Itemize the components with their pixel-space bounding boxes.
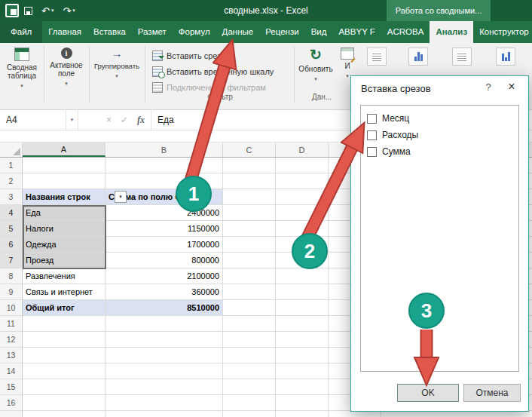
row-header[interactable]: 6 <box>0 237 22 253</box>
group-selection-button[interactable]: → Группировать ▾ <box>92 45 142 106</box>
cell-a4[interactable]: Еда <box>23 205 105 221</box>
row-header[interactable]: 10 <box>0 300 22 316</box>
field-option-month[interactable]: Месяц <box>367 110 518 127</box>
group-arrow-icon: → <box>112 48 123 60</box>
pivotchart-icon <box>414 52 423 61</box>
row-header[interactable]: 2 <box>0 173 22 189</box>
row-headers: 1 2 3 4 5 6 7 8 9 10 11 12 13 14 15 16 <box>0 158 23 417</box>
insert-slicers-dialog: Вставка срезов ? × Месяц Расходы Сумма O… <box>350 75 529 412</box>
row-header[interactable]: 14 <box>0 363 22 379</box>
close-icon[interactable]: × <box>504 80 519 94</box>
tab-design[interactable]: Конструктор <box>473 21 532 43</box>
chevron-down-icon: ▾ <box>314 75 317 83</box>
checkbox-sum[interactable] <box>367 147 377 157</box>
select-all-corner[interactable] <box>0 143 23 157</box>
column-header-b[interactable]: B <box>105 143 223 157</box>
chevron-down-icon: ▾ <box>346 72 349 80</box>
insert-timeline-button[interactable]: Вставить временную шкалу <box>152 64 274 79</box>
cell-a5[interactable]: Налоги <box>23 221 105 237</box>
field-headers-icon <box>502 52 510 61</box>
refresh-icon: ↻ <box>310 48 322 63</box>
cell-a10-total[interactable]: Общий итог <box>23 300 105 316</box>
insert-slicer-button[interactable]: Вставить срез <box>152 48 221 63</box>
row-header[interactable]: 7 <box>0 253 22 268</box>
help-icon[interactable]: ? <box>482 81 495 93</box>
pivot-table-button[interactable]: Сводная таблица ▾ <box>2 45 42 106</box>
row-header[interactable]: 9 <box>0 284 22 300</box>
slicer-field-list: Месяц Расходы Сумма <box>360 105 519 372</box>
ribbon-tab-bar: Файл Главная Вставка Размет Формул Данны… <box>0 21 532 43</box>
column-header-c[interactable]: C <box>223 143 276 157</box>
cell-a8[interactable]: Развлечения <box>23 268 105 284</box>
excel-window: ↶▾ ↷▾ сводные.xlsx - Excel Работа со сво… <box>0 0 532 417</box>
filter-connections-icon <box>152 82 163 93</box>
row-header[interactable]: 3 <box>0 189 22 205</box>
chevron-down-icon: ▾ <box>115 72 118 80</box>
active-field-icon: i <box>61 48 72 59</box>
insert-timeline-icon <box>152 66 163 77</box>
pivotchart-button[interactable] <box>408 48 428 66</box>
cell-b9[interactable]: 360000 <box>105 284 223 300</box>
insert-slicer-icon <box>152 51 163 61</box>
tab-layout[interactable]: Размет <box>132 21 173 43</box>
cell-a9[interactable]: Связь и интернет <box>23 284 105 300</box>
cell-b7[interactable]: 800000 <box>105 253 223 268</box>
tab-data[interactable]: Данные <box>216 21 260 43</box>
field-list-button[interactable] <box>452 48 472 66</box>
insert-function-button[interactable]: fx <box>137 115 145 126</box>
filter-group-label: Фильтр <box>152 93 288 101</box>
cell-a7[interactable]: Проезд <box>23 253 105 268</box>
actions-button[interactable] <box>367 48 387 66</box>
formula-buttons: × ✓ fx <box>78 110 151 130</box>
tab-abbyy[interactable]: ABBYY F <box>332 21 381 43</box>
tab-review[interactable]: Рецензи <box>259 21 304 43</box>
tab-formulas[interactable]: Формул <box>173 21 216 43</box>
tab-file[interactable]: Файл <box>0 21 42 43</box>
row-header[interactable]: 15 <box>0 379 22 395</box>
tab-analyze-active[interactable]: Анализ <box>430 21 473 43</box>
name-box-dropdown[interactable]: ▾ <box>66 110 78 130</box>
dialog-title: Вставка срезов <box>361 83 431 94</box>
cell-b10-total[interactable]: 8510000 <box>105 300 223 316</box>
row-header[interactable]: 8 <box>0 268 22 284</box>
row-header[interactable]: 12 <box>0 332 22 348</box>
row-header[interactable]: 4 <box>0 205 22 221</box>
row-header[interactable]: 11 <box>0 316 22 332</box>
cell-b4[interactable]: 2400000 <box>105 205 223 221</box>
ok-button[interactable]: OK <box>397 384 459 402</box>
cancel-button[interactable]: Отмена <box>463 384 521 402</box>
chevron-down-icon: ▾ <box>71 117 74 123</box>
enter-entry-icon[interactable]: ✓ <box>121 115 128 125</box>
cancel-entry-icon[interactable]: × <box>106 115 112 125</box>
tab-view[interactable]: Вид <box>305 21 333 43</box>
active-field-button[interactable]: i Активное поле ▾ <box>47 45 86 106</box>
cell-b6[interactable]: 1700000 <box>105 237 223 253</box>
row-header[interactable]: 13 <box>0 348 22 363</box>
actions-icon <box>372 52 381 61</box>
column-header-d[interactable]: D <box>276 143 329 157</box>
checkbox-month[interactable] <box>367 114 377 124</box>
tab-insert[interactable]: Вставка <box>87 21 132 43</box>
field-option-sum[interactable]: Сумма <box>367 143 518 160</box>
filter-dropdown-button[interactable]: ▾ <box>115 191 127 203</box>
cell-a6[interactable]: Одежда <box>23 237 105 253</box>
field-option-expenses[interactable]: Расходы <box>367 127 518 143</box>
pivot-table-icon <box>14 48 29 61</box>
checkbox-expenses[interactable] <box>367 130 377 140</box>
cell-b5[interactable]: 1150000 <box>105 221 223 237</box>
row-header[interactable]: 16 <box>0 395 22 411</box>
group-separator <box>294 46 295 103</box>
field-headers-button[interactable] <box>496 48 515 66</box>
row-header[interactable]: 1 <box>0 158 22 173</box>
tab-acrobat[interactable]: ACROBA <box>381 21 430 43</box>
column-header-a[interactable]: A <box>23 143 105 157</box>
tab-home[interactable]: Главная <box>42 21 87 43</box>
row-header[interactable]: 5 <box>0 221 22 237</box>
cell-b8[interactable]: 2100000 <box>105 268 223 284</box>
name-box[interactable]: A4 <box>0 110 66 130</box>
gridline <box>275 158 276 417</box>
cell-a3-pivot-header[interactable]: Названия строк <box>23 189 105 205</box>
group-separator <box>145 46 145 103</box>
group-separator <box>89 46 90 103</box>
contextual-tab-group-label: Работа со сводными... <box>387 0 491 21</box>
